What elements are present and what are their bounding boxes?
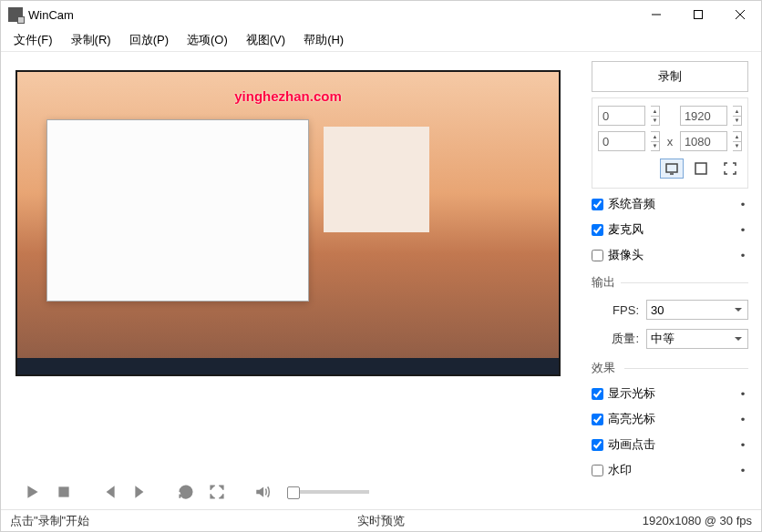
svg-rect-1: [695, 11, 703, 19]
watermark-menu[interactable]: •: [737, 464, 748, 477]
volume-button[interactable]: [249, 478, 276, 506]
loop-button[interactable]: [172, 478, 200, 506]
highlight-cursor-menu[interactable]: •: [737, 413, 748, 426]
mode-fullscreen-button[interactable]: [660, 159, 684, 179]
output-group-label: 输出: [592, 274, 748, 291]
fps-label: FPS:: [592, 303, 646, 317]
camera-menu[interactable]: •: [737, 249, 748, 262]
menu-help[interactable]: 帮助(H): [294, 28, 353, 52]
stop-button[interactable]: [50, 478, 77, 506]
menu-bar: 文件(F) 录制(R) 回放(P) 选项(O) 视图(V) 帮助(H): [1, 28, 761, 52]
close-button[interactable]: [719, 1, 761, 28]
show-cursor-label: 显示光标: [608, 385, 655, 402]
x-input[interactable]: [598, 106, 645, 126]
coord-sep-label: x: [665, 135, 674, 148]
highlight-cursor-label: 高亮光标: [608, 411, 655, 427]
fullscreen-button[interactable]: [203, 478, 231, 506]
fps-select[interactable]: 30: [646, 300, 748, 320]
width-spinner[interactable]: ▲▼: [733, 106, 742, 126]
menu-options[interactable]: 选项(O): [178, 28, 237, 52]
record-button[interactable]: 录制: [592, 61, 748, 92]
quality-label: 质量:: [592, 331, 646, 347]
main-area: yinghezhan.com 录制 ▲▼: [1, 52, 761, 509]
menu-record[interactable]: 录制(R): [62, 28, 120, 52]
system-audio-menu[interactable]: •: [737, 198, 748, 211]
animate-click-menu[interactable]: •: [737, 438, 748, 452]
maximize-button[interactable]: [677, 1, 719, 28]
preview-area: yinghezhan.com: [15, 70, 561, 376]
censor-block: [324, 127, 429, 232]
watermark-label: 水印: [608, 462, 632, 478]
capture-region-panel: ▲▼ ▲▼ ▲▼ x ▲▼: [592, 97, 748, 189]
quality-select[interactable]: 中等: [646, 329, 748, 349]
y-input[interactable]: [598, 131, 645, 151]
system-audio-label: 系统音频: [608, 196, 655, 212]
mode-window-button[interactable]: [689, 159, 713, 179]
camera-checkbox[interactable]: [592, 250, 603, 261]
microphone-menu[interactable]: •: [737, 223, 748, 237]
show-cursor-checkbox[interactable]: [592, 388, 603, 400]
skip-end-button[interactable]: [127, 478, 154, 506]
volume-slider[interactable]: [287, 490, 369, 494]
title-bar: WinCam: [1, 1, 761, 28]
preview-taskbar: [17, 358, 559, 374]
svg-rect-4: [58, 486, 68, 496]
system-audio-checkbox[interactable]: [592, 199, 603, 210]
effects-group-label: 效果: [592, 360, 748, 376]
watermark-text: yinghezhan.com: [234, 88, 342, 104]
play-button[interactable]: [19, 478, 46, 506]
menu-playback[interactable]: 回放(P): [120, 28, 178, 52]
svg-rect-5: [666, 164, 677, 172]
svg-rect-7: [695, 163, 706, 174]
status-mid: 实时预览: [357, 513, 405, 529]
nested-window-preview: [46, 119, 309, 302]
animate-click-label: 动画点击: [608, 436, 655, 453]
menu-file[interactable]: 文件(F): [5, 28, 62, 52]
playback-controls: [15, 466, 579, 509]
mode-region-button[interactable]: [718, 159, 742, 179]
status-left: 点击"录制"开始: [10, 513, 89, 529]
menu-view[interactable]: 视图(V): [237, 28, 294, 52]
camera-label: 摄像头: [608, 247, 644, 263]
x-spinner[interactable]: ▲▼: [651, 106, 660, 126]
window-title: WinCam: [28, 8, 74, 22]
height-spinner[interactable]: ▲▼: [733, 131, 742, 151]
status-right: 1920x1080 @ 30 fps: [643, 514, 752, 527]
show-cursor-menu[interactable]: •: [737, 387, 748, 401]
microphone-label: 麦克风: [608, 221, 644, 238]
app-icon: [8, 7, 23, 22]
sidebar: 录制 ▲▼ ▲▼ ▲▼ x ▲▼ 系统音频• 麦克风: [586, 52, 761, 509]
width-input[interactable]: [680, 106, 727, 126]
minimize-button[interactable]: [635, 1, 677, 28]
animate-click-checkbox[interactable]: [592, 439, 603, 451]
highlight-cursor-checkbox[interactable]: [592, 414, 603, 425]
status-bar: 点击"录制"开始 实时预览 1920x1080 @ 30 fps: [1, 509, 761, 531]
left-pane: yinghezhan.com: [1, 52, 586, 509]
microphone-checkbox[interactable]: [592, 224, 603, 236]
watermark-checkbox[interactable]: [592, 465, 603, 476]
y-spinner[interactable]: ▲▼: [651, 131, 660, 151]
skip-start-button[interactable]: [96, 478, 123, 506]
height-input[interactable]: [680, 131, 727, 151]
